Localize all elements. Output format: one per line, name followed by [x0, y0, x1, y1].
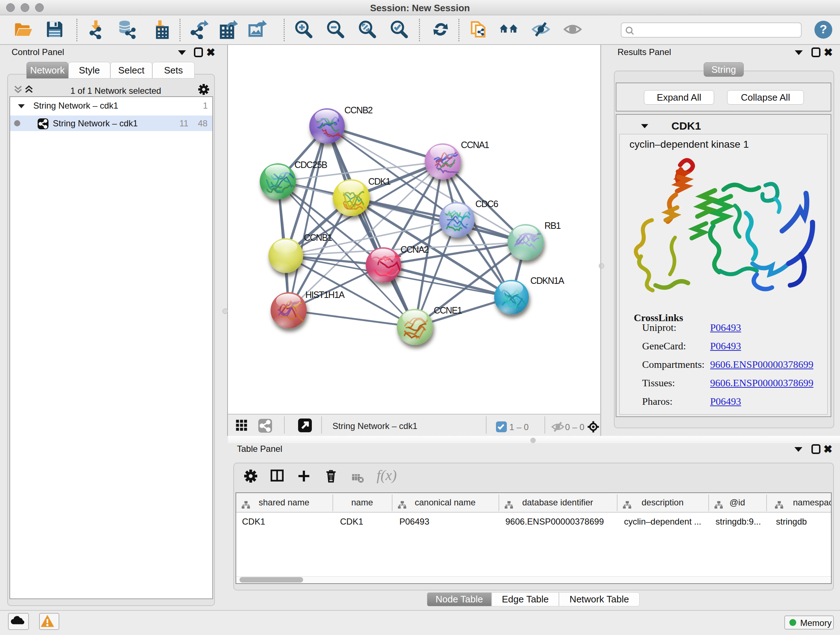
- svg-text:?: ?: [820, 22, 827, 36]
